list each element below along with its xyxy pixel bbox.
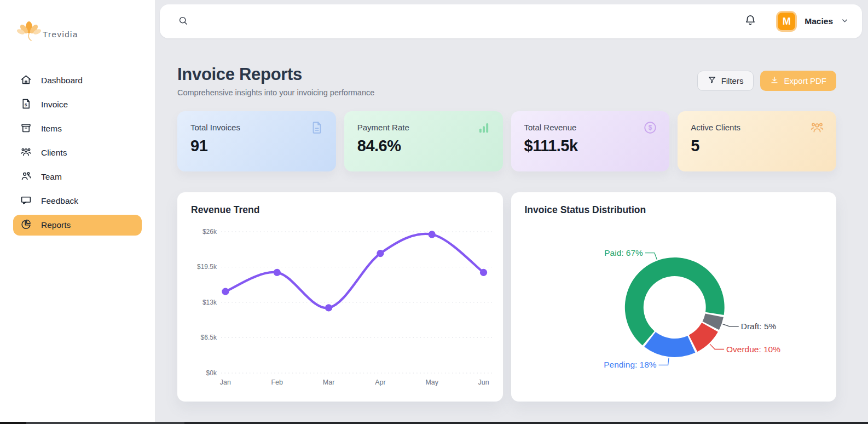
export-pdf-button[interactable]: Export PDF — [760, 71, 836, 91]
stat-label: Payment Rate — [357, 123, 490, 132]
dollar-circle-icon: $ — [643, 121, 657, 137]
stat-card-active-clients: Active Clients 5 — [678, 111, 836, 171]
sidebar-item-invoice[interactable]: $ Invoice — [13, 94, 142, 115]
export-pdf-button-label: Export PDF — [784, 76, 826, 85]
search-icon — [178, 15, 188, 28]
sidebar-item-team[interactable]: Team — [13, 167, 142, 187]
stat-value: $111.5k — [524, 137, 657, 155]
brand-logo[interactable]: Trevidia — [16, 19, 142, 45]
sidebar-item-reports[interactable]: Reports — [13, 215, 142, 236]
user-menu[interactable]: M Macies — [769, 11, 849, 32]
main-area: M Macies Invoice Reports Comprehensive i… — [155, 0, 868, 424]
bar-chart-icon — [477, 121, 491, 137]
page-content: Invoice Reports Comprehensive insights i… — [155, 38, 868, 402]
sidebar-nav: Dashboard $ Invoice Items — [13, 70, 142, 236]
data-point — [325, 304, 332, 311]
slice-label-pending: Pending: 18% — [604, 360, 657, 369]
lotus-flower-icon — [16, 19, 42, 45]
sidebar-item-label: Dashboard — [41, 76, 83, 85]
page-header: Invoice Reports Comprehensive insights i… — [177, 65, 836, 97]
x-axis-tick: Jun — [478, 379, 489, 386]
charts-row: Revenue Trend $0k$6.5k$13k$19.5k$26kJanF… — [177, 192, 836, 402]
sidebar-item-label: Reports — [41, 220, 71, 230]
invoice-status-donut-chart: Paid: 67%Draft: 5%Overdue: 10%Pending: 1… — [511, 225, 837, 395]
sidebar: Trevidia Dashboard $ Invoice — [0, 0, 155, 424]
x-axis-tick: Mar — [323, 379, 335, 386]
data-point — [429, 231, 436, 238]
y-axis-tick: $19.5k — [197, 263, 217, 271]
sidebar-item-label: Feedback — [41, 196, 78, 206]
stats-row: Total Invoices 91 Payment Rate 84.6% — [177, 111, 836, 171]
page-subtitle: Comprehensive insights into your invoici… — [177, 88, 374, 97]
items-box-icon — [20, 122, 32, 136]
bottom-window-edge — [0, 422, 868, 424]
user-name: Macies — [805, 16, 833, 26]
chart-title: Invoice Status Distribution — [525, 204, 646, 216]
sidebar-item-label: Team — [41, 172, 62, 182]
invoice-icon: $ — [20, 98, 32, 112]
search-input[interactable] — [196, 17, 744, 26]
brand-name: Trevidia — [43, 30, 78, 39]
stat-card-total-invoices: Total Invoices 91 — [177, 111, 336, 171]
callout-line — [658, 358, 668, 365]
data-point — [377, 250, 384, 257]
y-axis-tick: $26k — [202, 228, 217, 236]
sidebar-item-label: Clients — [41, 148, 67, 158]
pie-chart-icon — [20, 219, 32, 232]
y-axis-tick: $13k — [202, 299, 217, 306]
funnel-icon — [708, 76, 716, 86]
filters-button-label: Filters — [721, 76, 744, 85]
data-point — [222, 288, 229, 295]
callout-line — [722, 324, 738, 326]
feedback-icon — [20, 194, 32, 208]
bell-icon[interactable] — [744, 14, 756, 28]
sidebar-item-clients[interactable]: Clients — [13, 142, 142, 163]
stat-label: Active Clients — [691, 123, 823, 132]
app-root: Trevidia Dashboard $ Invoice — [0, 0, 868, 424]
svg-text:$: $ — [649, 124, 652, 131]
download-icon — [770, 76, 779, 86]
filters-button[interactable]: Filters — [697, 71, 754, 91]
sidebar-item-items[interactable]: Items — [13, 118, 142, 139]
stat-card-payment-rate: Payment Rate 84.6% — [344, 111, 503, 171]
callout-line — [710, 344, 724, 349]
page-title: Invoice Reports — [177, 65, 374, 84]
svg-text:$: $ — [25, 102, 27, 107]
users-icon — [810, 121, 824, 137]
x-axis-tick: May — [425, 379, 438, 386]
stat-label: Total Invoices — [190, 123, 323, 132]
sidebar-item-dashboard[interactable]: Dashboard — [13, 70, 142, 91]
chart-title: Revenue Trend — [191, 204, 259, 216]
slice-label-overdue: Overdue: 10% — [726, 345, 780, 354]
topbar: M Macies — [160, 4, 862, 38]
x-axis-tick: Jan — [220, 379, 231, 386]
sidebar-item-feedback[interactable]: Feedback — [13, 191, 142, 211]
revenue-trend-chart: $0k$6.5k$13k$19.5k$26kJanFebMarAprMayJun — [177, 225, 503, 395]
invoice-status-card: Invoice Status Distribution Paid: 67%Dra… — [511, 192, 837, 402]
stat-label: Total Revenue — [524, 123, 657, 132]
stat-value: 5 — [691, 137, 823, 155]
callout-line — [645, 253, 656, 260]
team-icon — [20, 170, 32, 184]
revenue-line-series — [225, 234, 484, 308]
sidebar-item-label: Items — [41, 124, 62, 134]
donut-slice-pending — [644, 332, 695, 357]
slice-label-draft: Draft: 5% — [740, 322, 776, 331]
home-icon — [20, 74, 32, 88]
slice-label-paid: Paid: 67% — [604, 248, 643, 257]
y-axis-tick: $0k — [206, 369, 217, 377]
sidebar-item-label: Invoice — [41, 100, 68, 110]
avatar: M — [776, 11, 797, 32]
file-icon — [310, 121, 324, 137]
stat-card-total-revenue: Total Revenue $111.5k $ — [511, 111, 670, 171]
y-axis-tick: $6.5k — [201, 334, 217, 341]
stat-value: 91 — [190, 137, 323, 155]
chevron-down-icon — [841, 16, 849, 27]
revenue-trend-card: Revenue Trend $0k$6.5k$13k$19.5k$26kJanF… — [177, 192, 503, 402]
data-point — [274, 269, 281, 276]
x-axis-tick: Feb — [271, 379, 283, 386]
data-point — [480, 269, 487, 276]
clients-icon — [20, 146, 32, 160]
stat-value: 84.6% — [357, 137, 490, 155]
x-axis-tick: Apr — [375, 379, 385, 386]
